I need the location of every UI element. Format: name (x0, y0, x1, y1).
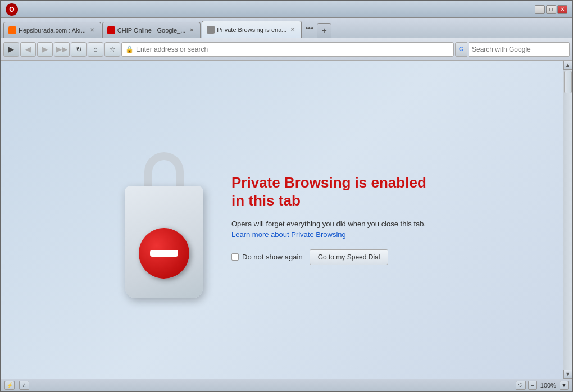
search-input-wrap (469, 42, 570, 57)
status-icon-left[interactable]: ⚡ (4, 381, 15, 390)
fast-forward-button[interactable]: ▶▶ (54, 42, 70, 57)
forward-button[interactable]: ▶ (37, 42, 53, 57)
scroll-down-button[interactable]: ▼ (563, 370, 572, 379)
zoom-level: 100% (539, 382, 557, 389)
private-browsing-icon (119, 152, 209, 287)
tab-private[interactable]: Private Browsing is ena... ✕ (202, 21, 302, 38)
tab-chip-label: CHIP Online - Google_... (117, 27, 185, 34)
private-favicon-icon (207, 26, 215, 34)
opera-logo-icon[interactable]: O (6, 3, 18, 16)
new-tab-button[interactable]: + (317, 23, 331, 38)
bookmark-button[interactable]: ☆ (104, 42, 120, 57)
content-area: Private Browsing is enabled in this tab … (1, 61, 572, 379)
tab-hepsiburada-close[interactable]: ✕ (88, 26, 96, 34)
maximize-button[interactable]: □ (546, 5, 556, 14)
address-bar[interactable]: 🔒 (121, 42, 454, 57)
private-browsing-description: Opera will forget everything you did whe… (231, 218, 445, 240)
search-section: G (455, 42, 570, 57)
home-button[interactable]: ⌂ (88, 42, 103, 57)
main-content: Private Browsing is enabled in this tab … (1, 61, 563, 379)
google-logo-icon: G (459, 46, 463, 52)
navbar: ▶ ◀ ▶ ▶▶ ↻ ⌂ ☆ 🔒 G (1, 38, 572, 61)
search-input[interactable] (472, 45, 551, 53)
do-not-show-checkbox[interactable] (231, 253, 239, 261)
back-button[interactable]: ◀ (20, 42, 36, 57)
card-body (125, 186, 203, 298)
play-button[interactable]: ▶ (3, 42, 19, 57)
status-right: 🛡 – 100% ▼ (516, 381, 569, 390)
zoom-dropdown-button[interactable]: ▼ (560, 381, 569, 390)
hepsiburada-favicon-icon (8, 26, 16, 34)
zoom-out-button[interactable]: – (528, 381, 537, 390)
tab-chip[interactable]: CHIP Online - Google_... ✕ (102, 22, 201, 38)
page-info-button[interactable]: 🛡 (516, 381, 526, 390)
close-button[interactable]: ✕ (557, 5, 567, 14)
learn-more-link[interactable]: Learn more about Private Browsing (231, 230, 346, 239)
tabbar: Hepsiburada.com : Akı... ✕ CHIP Online -… (1, 18, 572, 38)
do-not-show-text: Do not show again (242, 253, 303, 261)
speed-dial-button[interactable]: Go to my Speed Dial (310, 249, 389, 265)
private-browsing-title: Private Browsing is enabled in this tab (231, 174, 445, 209)
description-text: Opera will forget everything you did whe… (231, 220, 426, 228)
scroll-up-button[interactable]: ▲ (563, 61, 572, 70)
address-input[interactable] (136, 45, 450, 53)
status-left: ⚡ ☆ (4, 381, 29, 390)
info-section: Private Browsing is enabled in this tab … (231, 174, 445, 265)
reload-button[interactable]: ↻ (71, 42, 87, 57)
private-browsing-page: Private Browsing is enabled in this tab … (119, 152, 445, 287)
statusbar: ⚡ ☆ 🛡 – 100% ▼ (1, 379, 572, 391)
no-entry-bar (150, 250, 178, 257)
chip-favicon-icon (107, 26, 115, 34)
lock-icon: 🔒 (125, 45, 134, 53)
browser-window: O – □ ✕ Hepsiburada.com : Akı... ✕ CHIP … (0, 0, 573, 392)
private-actions: Do not show again Go to my Speed Dial (231, 249, 445, 265)
window-controls: – □ ✕ (535, 5, 567, 14)
status-icon-right[interactable]: ☆ (19, 381, 29, 390)
titlebar-left: O (6, 3, 18, 16)
no-entry-icon (139, 228, 189, 279)
tab-hepsiburada-label: Hepsiburada.com : Akı... (19, 27, 86, 34)
scrollbar-thumb[interactable] (564, 71, 572, 93)
scrollbar: ▲ ▼ (563, 61, 572, 379)
tab-hepsiburada[interactable]: Hepsiburada.com : Akı... ✕ (3, 22, 101, 38)
minimize-button[interactable]: – (535, 5, 545, 14)
do-not-show-label[interactable]: Do not show again (231, 253, 303, 261)
tab-private-label: Private Browsing is ena... (217, 26, 286, 33)
search-engine-button[interactable]: G (455, 42, 467, 57)
tab-private-close[interactable]: ✕ (289, 26, 297, 34)
tab-overflow-icon[interactable]: ••• (303, 24, 316, 33)
titlebar: O – □ ✕ (1, 1, 572, 18)
tab-chip-close[interactable]: ✕ (188, 26, 195, 34)
